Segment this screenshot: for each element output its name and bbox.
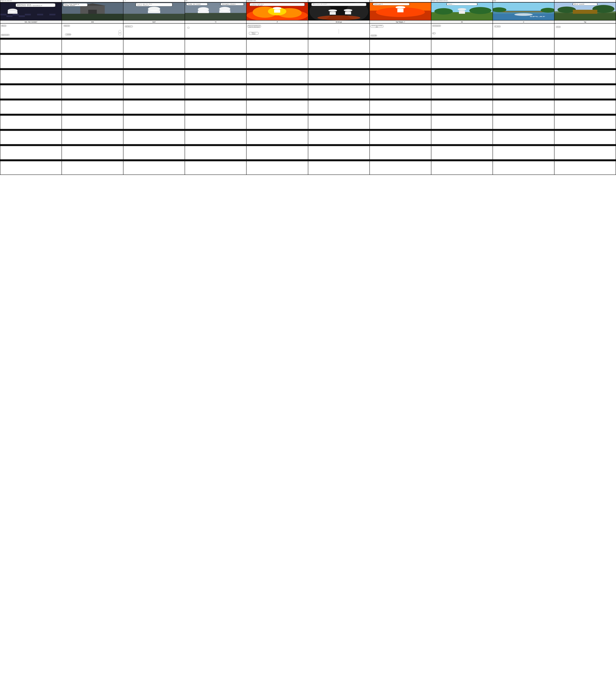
empty-cell-8-4: [185, 131, 246, 144]
empty-cell-8-1: [0, 131, 62, 144]
svg-rect-65: [345, 12, 351, 14]
empty-cell-6-5: [246, 100, 308, 114]
empty-cell-5-1: [0, 85, 62, 99]
svg-point-53: [273, 7, 282, 9]
empty-row-8: [0, 131, 616, 144]
speech-1-1: Where are: [1, 25, 6, 27]
svg-text:Let's go to the: Let's go to the: [137, 4, 152, 4]
svg-rect-4: [19, 14, 25, 15]
svg-rect-87: [499, 11, 548, 12]
svg-rect-31: [124, 14, 185, 20]
content-cell-1-3: Nah! Where is...?: [124, 24, 185, 38]
divider-3: [0, 69, 616, 70]
svg-point-102: [119, 30, 121, 33]
empty-cell-7-10: [555, 116, 616, 129]
image-panel-row: Where are Maybe this works? Do no: [0, 2, 616, 20]
svg-text:SPLAT: SPLAT: [530, 16, 545, 17]
divider-4: [0, 84, 616, 85]
svg-point-78: [434, 8, 453, 15]
speech-3-1: Nah! Where is...?: [125, 26, 133, 27]
content-cell-1-8: And I'd knows this? No...?: [431, 24, 493, 38]
divider-8: [0, 144, 616, 146]
empty-cell-10-2: [62, 161, 124, 175]
svg-rect-5: [25, 14, 31, 15]
image-panel-6: Ahead of me!: [308, 2, 370, 20]
empty-cell-9-2: [62, 146, 124, 160]
content-cell-1-6: [308, 24, 370, 38]
speech-7-2: Yep but 2000: [371, 35, 377, 37]
svg-rect-81: [459, 11, 465, 14]
empty-cell-8-3: [124, 131, 185, 144]
empty-cell-10-3: [124, 161, 185, 175]
empty-row-5: [0, 85, 616, 99]
image-panel-3: Let's go to the other place: [124, 2, 185, 20]
label-1: Hell... But- Invisible?: [0, 20, 62, 24]
divider-2: [0, 53, 616, 55]
empty-cell-6-2: [62, 100, 124, 114]
divider-7: [0, 129, 616, 131]
empty-cell-5-8: [431, 85, 493, 99]
empty-row-4: [0, 70, 616, 84]
svg-text:other place: other place: [137, 5, 149, 5]
empty-cell-2-5: [246, 40, 308, 53]
content-cell-1-10: Let's see!: [555, 24, 616, 38]
content-cell-1-4: ...: [185, 24, 246, 38]
empty-cell-6-6: [308, 100, 370, 114]
svg-point-79: [469, 7, 491, 14]
empty-cell-7-3: [124, 116, 185, 129]
empty-row-10: [0, 161, 616, 175]
image-panel-9: SPLAT: [493, 2, 555, 20]
svg-text:Maybe this works?: Maybe this works?: [17, 5, 42, 6]
empty-cell-9-4: [185, 146, 246, 160]
svg-point-64: [344, 9, 352, 11]
svg-rect-7: [37, 14, 43, 15]
speech-10-1: Let's see!: [556, 26, 561, 28]
caption-7: Lulu!: [370, 0, 431, 2]
svg-rect-99: [573, 10, 597, 14]
content-cell-1-1: Where are Maybe this works?: [0, 24, 62, 38]
empty-cell-9-8: [431, 146, 493, 160]
empty-row-6: [0, 100, 616, 114]
empty-cell-6-3: [124, 100, 185, 114]
empty-cell-5-3: [124, 85, 185, 99]
empty-cell-7-8: [431, 116, 493, 129]
svg-text:I also fell for: I also fell for: [251, 4, 264, 4]
empty-cell-7-2: [62, 116, 124, 129]
empty-cell-5-5: [246, 85, 308, 99]
empty-cell-6-9: [493, 100, 555, 114]
content-cell-1-2: Ahead of me! ...something: [62, 24, 124, 38]
image-panel-7: What!?: [370, 2, 431, 20]
empty-cell-3-2: [62, 55, 124, 69]
empty-cell-2-9: [493, 40, 555, 53]
empty-cell-10-5: [246, 161, 308, 175]
svg-rect-103: [119, 33, 121, 35]
empty-cell-9-5: [246, 146, 308, 160]
speech-8-2: No...?: [432, 32, 436, 34]
empty-cell-9-9: [493, 146, 555, 160]
speech-5-2: Where's...? Danielle?: [249, 32, 259, 35]
empty-cell-2-10: [555, 40, 616, 53]
empty-cell-4-10: [555, 70, 616, 84]
empty-cell-7-9: [493, 116, 555, 129]
empty-cell-9-10: [555, 146, 616, 160]
empty-cell-5-7: [370, 85, 431, 99]
label-2: 0/10: [62, 20, 124, 24]
svg-point-61: [317, 15, 360, 20]
caption-10: [555, 0, 616, 2]
content-cell-1-7: Ida knows about something ghost Yep but …: [370, 24, 431, 38]
image-panel-4: Talk to me! Alright then: [185, 2, 246, 20]
empty-cell-9-6: [308, 146, 370, 160]
empty-cell-7-1: [0, 116, 62, 129]
label-row-1: Hell... But- Invisible? 0/10 Huh? ?!! :P…: [0, 20, 616, 24]
label-5: :P: [246, 20, 308, 24]
svg-text:What!?: What!?: [374, 4, 383, 5]
divider-6: [0, 114, 616, 116]
empty-cell-8-6: [308, 131, 370, 144]
label-10: Yep: [555, 20, 616, 24]
svg-rect-54: [274, 10, 280, 13]
content-cell-1-5: Who are you and what are you doing? Are'…: [246, 24, 308, 38]
divider-9: [0, 160, 616, 161]
svg-rect-22: [62, 14, 123, 20]
svg-rect-10: [56, 14, 61, 15]
label-3: Huh?: [124, 20, 185, 24]
